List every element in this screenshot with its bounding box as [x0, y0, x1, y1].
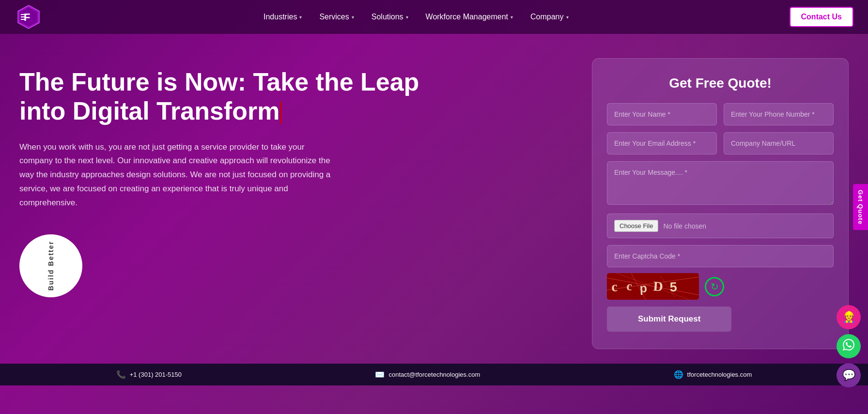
contact-button[interactable]: Contact Us	[790, 7, 853, 27]
footer-website-text: tforcetechnologies.com	[687, 371, 752, 378]
chat-float-button[interactable]: 💬	[837, 363, 861, 387]
nav-menu: Industries ▾ Services ▾ Solutions ▾ Work…	[255, 0, 577, 34]
chevron-down-icon: ▾	[511, 15, 513, 20]
website-icon: 🌐	[674, 370, 683, 379]
svg-text:c: c	[611, 279, 618, 294]
footer-website: 🌐 tforcetechnologies.com	[674, 370, 752, 379]
nav-label-solutions: Solutions	[372, 13, 403, 21]
nav-item-services[interactable]: Services ▾	[310, 0, 362, 34]
footer-bar: 📞 +1 (301) 201-5150 ✉️ contact@tforcetec…	[0, 364, 868, 385]
form-row-email-company	[607, 132, 834, 154]
build-better-text: Build Better	[47, 241, 55, 291]
nav-link-solutions[interactable]: Solutions ▾	[363, 0, 417, 34]
footer-email: ✉️ contact@tforcetechnologies.com	[375, 370, 480, 379]
chevron-down-icon: ▾	[352, 15, 354, 20]
nav-label-industries: Industries	[264, 13, 297, 21]
nav-item-solutions[interactable]: Solutions ▾	[363, 0, 417, 34]
svg-text:D: D	[653, 278, 664, 294]
footer-phone: 📞 +1 (301) 201-5150	[116, 370, 182, 379]
nav-label-services: Services	[319, 13, 349, 21]
svg-text:p: p	[639, 281, 648, 295]
choose-file-button[interactable]: Choose File	[614, 220, 658, 232]
form-title: Get Free Quote!	[607, 76, 834, 91]
nav-item-workforce[interactable]: Workforce Management ▾	[417, 0, 522, 34]
message-textarea[interactable]	[607, 161, 834, 205]
file-upload-row: Choose File No file chosen	[607, 214, 834, 238]
file-label: No file chosen	[663, 222, 706, 230]
captcha-image: c c p D 5	[607, 273, 699, 300]
footer-phone-text: +1 (301) 201-5150	[130, 371, 182, 378]
hero-title-line2: into Digital Transform	[19, 97, 279, 125]
support-icon: 👷	[842, 311, 855, 323]
email-input[interactable]	[607, 132, 717, 154]
submit-button[interactable]: Submit Request	[607, 307, 731, 332]
file-input-wrapper: Choose File No file chosen	[607, 214, 834, 238]
chat-icon: 💬	[842, 369, 855, 382]
quote-form-card: Get Free Quote! Choose File No file chos…	[592, 58, 849, 349]
phone-input[interactable]	[724, 103, 834, 125]
footer-email-text: contact@tforcetechnologies.com	[388, 371, 480, 378]
hero-section: The Future is Now: Take the Leap into Di…	[19, 58, 573, 297]
chevron-down-icon: ▾	[299, 15, 302, 20]
hero-title-line1: The Future is Now: Take the Leap	[19, 68, 419, 96]
captcha-input[interactable]	[607, 245, 834, 267]
main-content: The Future is Now: Take the Leap into Di…	[0, 34, 868, 364]
form-row-name-phone	[607, 103, 834, 125]
phone-icon: 📞	[116, 370, 126, 379]
nav-item-industries[interactable]: Industries ▾	[255, 0, 310, 34]
whatsapp-float-button[interactable]	[837, 334, 861, 358]
nav-label-company: Company	[530, 13, 563, 21]
chevron-down-icon: ▾	[566, 15, 569, 20]
captcha-refresh-button[interactable]: ↻	[705, 277, 724, 296]
navbar: F Industries ▾ Services ▾ Solutions ▾	[0, 0, 868, 34]
svg-text:5: 5	[669, 279, 677, 294]
nav-item-company[interactable]: Company ▾	[522, 0, 577, 34]
hero-description: When you work with us, you are not just …	[19, 140, 339, 210]
nav-link-workforce[interactable]: Workforce Management ▾	[417, 0, 522, 34]
nav-link-industries[interactable]: Industries ▾	[255, 0, 310, 34]
logo[interactable]: F	[15, 3, 43, 31]
chevron-down-icon: ▾	[406, 15, 408, 20]
email-icon: ✉️	[375, 370, 385, 379]
refresh-icon: ↻	[711, 281, 719, 292]
floating-buttons: 👷 💬	[837, 305, 861, 387]
nav-label-workforce: Workforce Management	[426, 13, 508, 21]
hero-title: The Future is Now: Take the Leap into Di…	[19, 68, 573, 126]
nav-link-company[interactable]: Company ▾	[522, 0, 577, 34]
text-cursor	[280, 102, 281, 124]
company-input[interactable]	[724, 132, 834, 154]
captcha-row: c c p D 5 ↻	[607, 245, 834, 300]
build-better-circle: Build Better	[19, 234, 82, 297]
name-input[interactable]	[607, 103, 717, 125]
support-float-button[interactable]: 👷	[837, 305, 861, 329]
whatsapp-icon	[843, 339, 854, 353]
side-get-quote-tab[interactable]: Get Quote	[853, 184, 868, 230]
nav-link-services[interactable]: Services ▾	[310, 0, 362, 34]
svg-text:c: c	[626, 279, 633, 293]
navbar-brand: F	[15, 3, 43, 31]
captcha-image-row: c c p D 5 ↻	[607, 273, 834, 300]
